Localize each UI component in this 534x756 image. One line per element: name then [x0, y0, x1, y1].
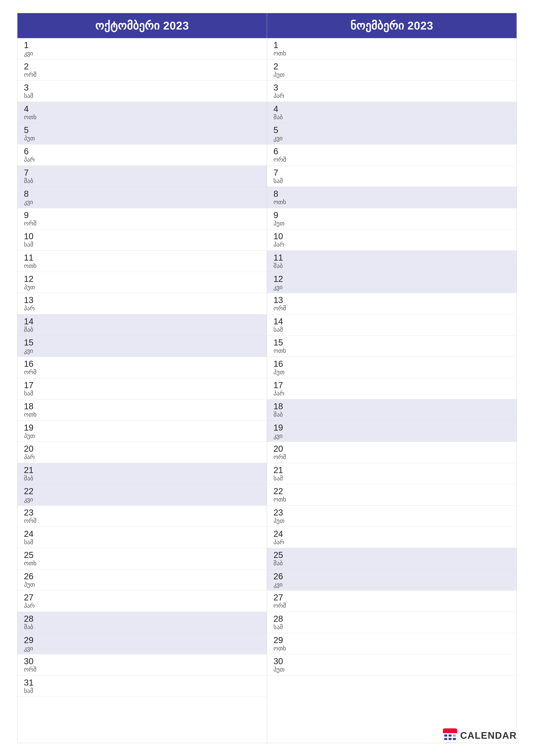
day-name: პუთ: [273, 71, 510, 78]
day-name: ორშ: [24, 517, 260, 525]
day-row: 23პუთ: [267, 505, 517, 527]
day-name: სამ: [24, 687, 260, 694]
day-name: შაბ: [273, 114, 510, 121]
day-number: 14: [24, 316, 260, 326]
day-number: 15: [273, 338, 510, 347]
day-number: 9: [24, 210, 260, 220]
day-number: 8: [273, 189, 510, 199]
month-header-1: ნოემბერი 2023: [267, 13, 517, 38]
day-number: 17: [24, 380, 260, 390]
day-name: პუთ: [273, 368, 510, 376]
day-name: კვი: [24, 50, 260, 57]
day-number: 10: [24, 231, 260, 241]
day-name: შაბ: [273, 262, 510, 270]
day-number: 30: [24, 657, 260, 666]
day-name: სამ: [24, 241, 260, 248]
day-number: 13: [273, 295, 510, 305]
day-row: 8ოთხ: [267, 187, 517, 208]
day-name: პარ: [273, 241, 510, 248]
day-number: 20: [273, 444, 510, 453]
day-row: 22კვი: [17, 484, 267, 505]
day-name: ორშ: [24, 71, 260, 78]
day-name: კვი: [273, 432, 510, 440]
day-name: ოთხ: [273, 199, 510, 206]
day-row: 19პუთ: [17, 421, 267, 442]
day-row: 6პარ: [17, 145, 267, 166]
day-number: 3: [273, 83, 510, 92]
day-number: 10: [273, 231, 510, 241]
svg-rect-2: [443, 731, 457, 733]
svg-rect-8: [453, 738, 456, 740]
day-row: 16ორშ: [17, 357, 267, 378]
day-row: 8კვი: [17, 187, 267, 208]
day-row: 25ოთხ: [17, 548, 267, 569]
day-row: 18ოთხ: [17, 399, 267, 421]
day-number: 18: [273, 401, 510, 411]
day-number: 12: [24, 274, 260, 284]
day-number: 13: [24, 295, 260, 305]
day-row: 14სამ: [267, 314, 517, 336]
day-name: პარ: [24, 453, 260, 461]
day-number: 28: [273, 614, 510, 623]
day-name: პუთ: [24, 135, 260, 142]
day-row: 20ორშ: [267, 442, 517, 463]
day-number: 24: [24, 529, 260, 539]
day-number: 21: [24, 465, 260, 475]
day-name: ოთხ: [273, 347, 510, 355]
day-row: 1კვი: [17, 38, 267, 60]
day-row: 10პარ: [267, 229, 517, 251]
day-number: 21: [273, 465, 510, 475]
day-name: ოთხ: [24, 560, 260, 567]
day-row: 29ოთხ: [267, 633, 517, 655]
day-name: შაბ: [273, 411, 510, 418]
day-number: 27: [273, 593, 510, 602]
day-name: პუთ: [24, 284, 260, 291]
day-row: 22ოთხ: [267, 484, 517, 505]
calendar-logo-icon: [443, 728, 458, 743]
day-row: 30პუთ: [267, 654, 517, 676]
day-number: 31: [24, 678, 260, 687]
day-name: კვი: [273, 581, 510, 588]
day-number: 25: [273, 550, 510, 560]
day-name: ოთხ: [24, 262, 260, 270]
day-number: 6: [24, 147, 260, 156]
day-name: პარ: [24, 156, 260, 163]
day-number: 26: [24, 572, 260, 581]
day-number: 11: [24, 253, 260, 262]
day-name: ოთხ: [273, 496, 510, 503]
day-name: კვი: [273, 135, 510, 142]
day-row: 23ორშ: [17, 505, 267, 527]
day-name: ოთხ: [24, 114, 260, 121]
day-number: 9: [273, 210, 510, 220]
day-number: 30: [273, 657, 510, 666]
day-row: 12პუთ: [17, 272, 267, 293]
day-row: 19კვი: [267, 421, 517, 442]
day-name: ორშ: [24, 220, 260, 227]
day-row: 12კვი: [267, 272, 517, 293]
day-row: 10სამ: [17, 229, 267, 251]
day-number: 11: [273, 253, 510, 262]
day-row: 4ოთხ: [17, 102, 267, 123]
day-number: 2: [273, 62, 510, 71]
month-col-1: ნოემბერი 20231ოთხ2პუთ3პარ4შაბ5კვი6ორშ7სა…: [267, 13, 517, 743]
day-row: 26კვი: [267, 569, 517, 591]
day-name: ორშ: [273, 305, 510, 312]
page: ოქტომბერი 20231კვი2ორშ3სამ4ოთხ5პუთ6პარ7შ…: [0, 0, 534, 756]
day-row: 4შაბ: [267, 102, 517, 123]
day-number: 5: [24, 125, 260, 135]
day-name: შაბ: [24, 177, 260, 185]
day-number: 8: [24, 189, 260, 199]
day-number: 17: [273, 380, 510, 390]
day-row: 2ორშ: [17, 60, 267, 81]
day-name: ორშ: [24, 368, 260, 376]
day-number: 16: [273, 359, 510, 368]
day-row: 13პარ: [17, 293, 267, 314]
day-number: 16: [24, 359, 260, 368]
day-number: 2: [24, 62, 260, 71]
day-row: 17სამ: [17, 378, 267, 399]
day-row: 15ოთხ: [267, 336, 517, 357]
day-name: პარ: [273, 390, 510, 397]
day-number: 7: [273, 168, 510, 177]
day-name: კვი: [24, 645, 260, 652]
footer-logo: CALENDAR: [443, 728, 517, 743]
